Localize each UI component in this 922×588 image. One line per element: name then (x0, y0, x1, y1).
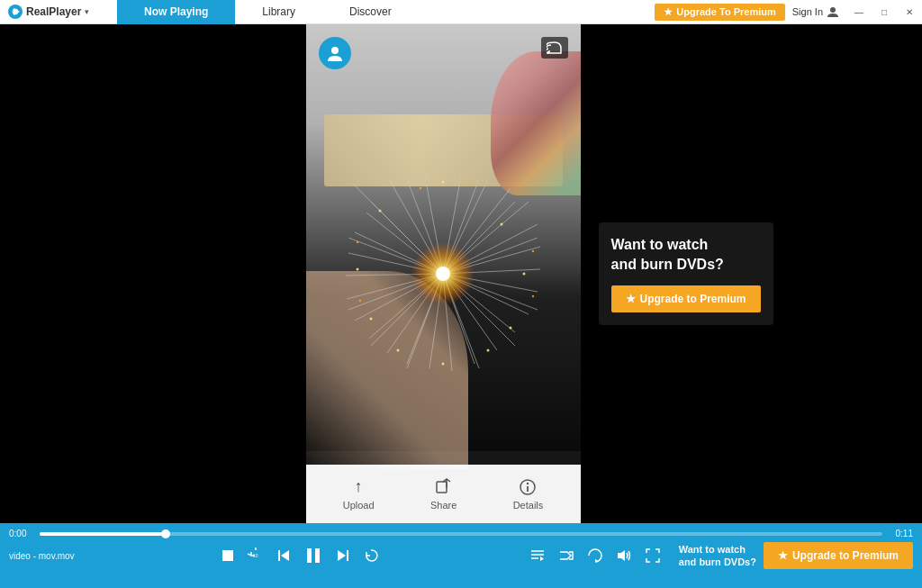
sign-in-label: Sign In (792, 6, 823, 17)
svg-point-44 (379, 210, 382, 213)
upload-label: Upload (343, 500, 375, 511)
right-promo-area: Want to watchand burn DVDs? ★ Upgrade to… (679, 542, 913, 569)
svg-point-59 (359, 300, 361, 302)
share-label: Share (430, 500, 456, 511)
sparkler-svg (344, 175, 542, 373)
time-current: 0:00 (9, 529, 34, 538)
maximize-button[interactable]: □ (872, 0, 897, 24)
filename-label: video - mov.mov (9, 551, 75, 561)
details-label: Details (513, 500, 544, 511)
svg-point-57 (532, 295, 534, 297)
svg-point-45 (501, 223, 503, 226)
progress-bar-row: 0:00 0:11 (0, 523, 922, 540)
replay-button[interactable] (359, 547, 383, 564)
svg-point-60 (331, 47, 339, 54)
upload-icon: ↑ (355, 477, 363, 496)
next-track-button[interactable] (332, 548, 354, 563)
replay-icon (363, 547, 379, 564)
main-area: ↑ Upload Share (0, 24, 922, 523)
upload-action[interactable]: ↑ Upload (343, 477, 375, 511)
svg-rect-69 (278, 550, 280, 561)
volume-icon (616, 547, 632, 564)
minimize-button[interactable]: — (846, 0, 872, 24)
top-nav: RealPlayer ▾ Now Playing Library Discove… (0, 0, 922, 24)
rewind-10-button[interactable]: 10 (244, 547, 267, 564)
star-icon-promo: ★ (626, 293, 636, 305)
svg-point-51 (357, 268, 359, 271)
progress-thumb (161, 529, 170, 538)
logo-area[interactable]: RealPlayer ▾ (0, 4, 117, 20)
svg-text:10: 10 (253, 553, 258, 558)
user-icon (827, 5, 839, 18)
upgrade-to-premium-button[interactable]: ★ Upgrade To Premium (655, 4, 784, 21)
progress-track[interactable] (40, 532, 882, 536)
stop-button[interactable] (217, 548, 239, 563)
video-container[interactable]: ↑ Upload Share (306, 24, 581, 523)
star-icon-bottom: ★ (778, 549, 788, 562)
cast-overlay-button[interactable] (541, 37, 568, 59)
svg-point-66 (527, 482, 529, 484)
svg-point-53 (442, 363, 445, 366)
svg-point-48 (397, 349, 400, 352)
svg-marker-80 (618, 550, 625, 561)
svg-point-50 (523, 273, 526, 276)
svg-rect-71 (307, 548, 312, 563)
logo-dropdown-icon[interactable]: ▾ (85, 7, 89, 16)
svg-point-54 (420, 187, 421, 189)
close-button[interactable]: ✕ (897, 0, 922, 24)
bottom-upgrade-button[interactable]: ★ Upgrade to Premium (764, 542, 913, 569)
svg-point-47 (510, 327, 512, 330)
share-icon (435, 478, 453, 496)
tab-now-playing[interactable]: Now Playing (117, 0, 235, 24)
svg-rect-67 (222, 550, 233, 561)
star-icon: ★ (664, 6, 673, 18)
video-frame: ↑ Upload Share (306, 24, 581, 523)
progress-fill (40, 532, 166, 536)
shuffle-button[interactable] (555, 547, 578, 564)
pause-icon (303, 546, 323, 565)
cast-icon (547, 41, 563, 54)
shuffle-icon (558, 547, 574, 564)
sign-in-button[interactable]: Sign In (792, 5, 839, 18)
time-total: 0:11 (888, 529, 913, 538)
svg-point-52 (442, 181, 445, 184)
svg-marker-70 (281, 550, 289, 561)
svg-point-55 (465, 185, 466, 186)
prev-icon (276, 548, 291, 563)
realplayer-logo-icon (7, 4, 23, 20)
svg-point-56 (532, 250, 534, 252)
window-controls: — □ ✕ (846, 0, 922, 24)
user-overlay-button[interactable] (319, 37, 351, 69)
svg-rect-73 (347, 550, 348, 561)
svg-rect-72 (315, 548, 320, 563)
play-pause-button[interactable] (300, 546, 327, 565)
volume-button[interactable] (612, 547, 636, 564)
tab-library[interactable]: Library (235, 0, 322, 24)
left-panel (0, 24, 306, 523)
svg-rect-62 (437, 482, 447, 493)
svg-point-43 (436, 267, 450, 281)
svg-marker-74 (338, 550, 346, 561)
loop-button[interactable] (583, 547, 607, 564)
svg-point-49 (487, 349, 490, 352)
bottom-upgrade-label: Upgrade to Premium (792, 549, 899, 562)
playlist-button[interactable] (526, 547, 549, 564)
promo-text: Want to watchand burn DVDs? (611, 235, 761, 276)
video-action-bar: ↑ Upload Share (306, 465, 581, 523)
right-promo-text: Want to watchand burn DVDs? (679, 543, 756, 569)
promo-upgrade-button[interactable]: ★ Upgrade to Premium (611, 285, 761, 312)
prev-track-button[interactable] (273, 548, 294, 563)
svg-point-3 (830, 7, 836, 13)
svg-marker-78 (540, 556, 544, 561)
stop-icon (221, 548, 235, 563)
svg-point-58 (357, 241, 358, 243)
fullscreen-button[interactable] (641, 547, 664, 564)
share-action[interactable]: Share (430, 478, 456, 511)
details-action[interactable]: Details (513, 478, 544, 511)
fullscreen-icon (645, 547, 661, 564)
details-icon (519, 478, 537, 496)
bottom-controls: 0:00 0:11 video - mov.mov 10 (0, 523, 922, 588)
tab-discover[interactable]: Discover (322, 0, 419, 24)
promo-upgrade-label: Upgrade to Premium (640, 293, 746, 305)
user-circle-icon (325, 43, 345, 63)
